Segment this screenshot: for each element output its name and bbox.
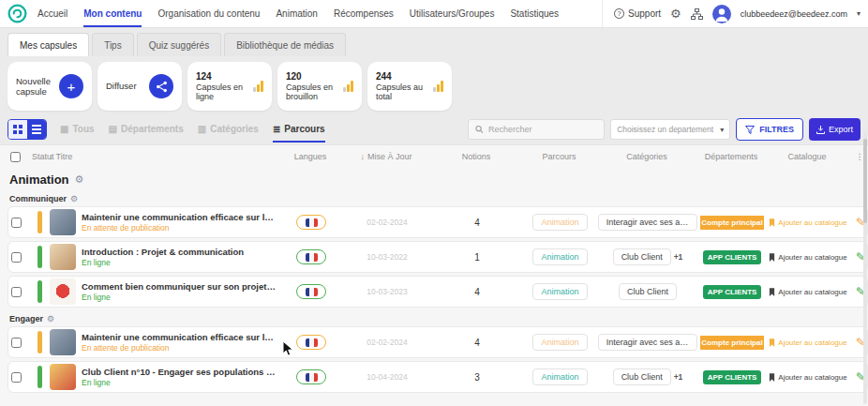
language-pill[interactable] bbox=[296, 335, 326, 350]
tab-tips[interactable]: Tips bbox=[92, 33, 134, 56]
support-button[interactable]: ? Support bbox=[614, 8, 661, 19]
grid-view-button[interactable] bbox=[8, 120, 27, 139]
categories-icon: ▥ bbox=[198, 124, 206, 134]
parcours-pill[interactable]: Animation bbox=[532, 214, 587, 231]
nav-animation[interactable]: Animation bbox=[276, 0, 317, 27]
add-to-catalog-button[interactable]: Ajouter au catalogue bbox=[764, 218, 852, 227]
account-email[interactable]: clubbeedeez@beedeez.com bbox=[741, 9, 847, 19]
gear-icon[interactable]: ⚙ bbox=[75, 173, 84, 186]
chevron-down-icon[interactable]: ▾ bbox=[857, 9, 861, 18]
filter-tab-categories[interactable]: ▥ Catégories bbox=[198, 116, 259, 143]
nav-recompenses[interactable]: Récompenses bbox=[334, 0, 394, 27]
parcours-pill[interactable]: Animation bbox=[532, 283, 587, 300]
category-pill[interactable]: Club Client bbox=[613, 248, 671, 265]
tab-quiz-suggeres[interactable]: Quiz suggérés bbox=[137, 33, 221, 56]
list-view-button[interactable] bbox=[27, 120, 46, 139]
parcours-pill[interactable]: Animation bbox=[532, 368, 587, 385]
language-pill[interactable] bbox=[296, 369, 326, 384]
bar-chart-icon bbox=[253, 81, 263, 92]
parcours-pill[interactable]: Animation bbox=[532, 334, 587, 351]
add-to-catalog-button[interactable]: Ajouter au catalogue bbox=[764, 253, 852, 262]
category-pill[interactable]: Interagir avec ses ap... bbox=[598, 214, 697, 231]
topbar-right-cluster: ? Support ⚙ clubbeedeez@beedeez.com ▾ bbox=[602, 0, 861, 27]
language-pill[interactable] bbox=[296, 284, 326, 299]
col-statut: Statut bbox=[32, 152, 49, 161]
capsule-thumbnail bbox=[50, 364, 76, 390]
org-chart-icon[interactable] bbox=[691, 8, 703, 20]
bookmark-icon bbox=[769, 338, 775, 347]
nav-statistiques[interactable]: Statistiques bbox=[510, 0, 559, 27]
capsules-table: Statut ↓Titre Langues ↓Mise À Jour Notio… bbox=[0, 144, 868, 406]
sort-icon: ↓ bbox=[360, 152, 365, 161]
filters-button[interactable]: FILTRES bbox=[736, 118, 803, 141]
diffuse-button[interactable]: Diffuser bbox=[97, 62, 182, 111]
view-toggle bbox=[7, 119, 47, 140]
filter-tab-tous[interactable]: ▦ Tous bbox=[60, 116, 95, 143]
gear-icon[interactable]: ⚙ bbox=[70, 194, 78, 203]
category-pill[interactable]: Club Client bbox=[613, 368, 671, 385]
updated-date: 10-04-2024 bbox=[345, 372, 429, 382]
french-flag-icon bbox=[306, 253, 318, 262]
nav-mon-contenu[interactable]: Mon contenu bbox=[83, 0, 142, 27]
category-pill[interactable]: Interagir avec ses ap... bbox=[598, 334, 697, 351]
table-row[interactable]: Introduction : Projet & communication En… bbox=[7, 241, 868, 273]
diffuse-label: Diffuser bbox=[106, 81, 137, 91]
category-pill[interactable]: Club Client bbox=[619, 283, 677, 300]
status-bar bbox=[37, 211, 42, 233]
capsule-status: En ligne bbox=[82, 258, 244, 267]
table-row[interactable]: Maintenir une communication efficace sur… bbox=[7, 206, 868, 238]
group-header-animation: Animation ⚙ bbox=[7, 168, 868, 190]
add-to-catalog-button[interactable]: Ajouter au catalogue bbox=[764, 338, 852, 347]
filter-tab-parcours[interactable]: ≣ Parcours bbox=[273, 116, 325, 143]
stat-card-capsules-en-ligne: 124 Capsules en ligne bbox=[187, 62, 272, 111]
avatar[interactable] bbox=[712, 5, 731, 23]
scrollbar[interactable] bbox=[863, 131, 867, 404]
table-row[interactable]: Comment bien communiquer sur son projet … bbox=[7, 276, 868, 308]
parcours-pill[interactable]: Animation bbox=[532, 248, 587, 265]
search-input[interactable] bbox=[488, 125, 597, 134]
gear-icon[interactable]: ⚙ bbox=[47, 314, 54, 323]
row-checkbox[interactable] bbox=[11, 287, 22, 297]
scrollbar-thumb[interactable] bbox=[863, 139, 867, 223]
updated-date: 10-03-2022 bbox=[345, 252, 429, 262]
funnel-icon bbox=[745, 126, 755, 134]
select-all-checkbox[interactable] bbox=[10, 152, 21, 162]
row-checkbox[interactable] bbox=[11, 338, 22, 348]
bookmark-icon bbox=[769, 373, 775, 382]
departement-badge: APP CLIENTS bbox=[703, 250, 762, 264]
list-toolbar: ▦ Tous ▤ Départements ▥ Catégories ≣ Par… bbox=[0, 114, 868, 144]
language-pill[interactable] bbox=[296, 249, 326, 264]
row-checkbox[interactable] bbox=[11, 218, 22, 228]
export-button[interactable]: Export bbox=[809, 118, 861, 141]
col-mise-a-jour[interactable]: ↓Mise À Jour bbox=[344, 152, 428, 161]
tab-bibliotheque-medias[interactable]: Bibliothèque de médias bbox=[224, 33, 346, 56]
department-select[interactable]: Choisissez un departement ▾ bbox=[610, 119, 730, 140]
departement-badge: Compte principal bbox=[700, 216, 764, 230]
french-flag-icon bbox=[306, 373, 318, 382]
settings-gear-icon[interactable]: ⚙ bbox=[670, 7, 681, 21]
new-capsule-button[interactable]: Nouvelle capsule + bbox=[7, 62, 92, 111]
row-checkbox[interactable] bbox=[11, 372, 22, 383]
capsule-title: Comment bien communiquer sur son projet … bbox=[82, 281, 277, 292]
beedeez-logo-icon[interactable] bbox=[7, 0, 28, 27]
add-to-catalog-button[interactable]: Ajouter au catalogue bbox=[764, 288, 852, 296]
status-bar bbox=[37, 366, 42, 388]
table-row[interactable]: Maintenir une communication efficace sur… bbox=[7, 326, 868, 358]
nav-organisation-du-contenu[interactable]: Organisation du contenu bbox=[157, 0, 260, 27]
nav-utilisateurs-groupes[interactable]: Utilisateurs/Groupes bbox=[410, 0, 495, 27]
search-icon bbox=[475, 125, 484, 134]
sort-icon: ↓ bbox=[49, 152, 53, 161]
language-pill[interactable] bbox=[296, 215, 326, 230]
departement-badge: APP CLIENTS bbox=[703, 370, 762, 384]
bookmark-icon bbox=[769, 218, 775, 227]
filter-tab-departements[interactable]: ▤ Départements bbox=[109, 116, 184, 143]
nav-accueil[interactable]: Accueil bbox=[37, 0, 67, 27]
add-to-catalog-button[interactable]: Ajouter au catalogue bbox=[764, 373, 852, 382]
tab-mes-capsules[interactable]: Mes capsules bbox=[7, 33, 89, 56]
col-categories: Catégories bbox=[594, 152, 699, 161]
row-checkbox[interactable] bbox=[11, 252, 22, 263]
main-nav: Accueil Mon contenu Organisation du cont… bbox=[37, 0, 559, 27]
table-row[interactable]: Club Client n°10 - Engager ses populatio… bbox=[7, 361, 868, 393]
col-titre[interactable]: ↓Titre bbox=[49, 152, 277, 161]
col-catalogue: Catalogue bbox=[763, 152, 851, 161]
